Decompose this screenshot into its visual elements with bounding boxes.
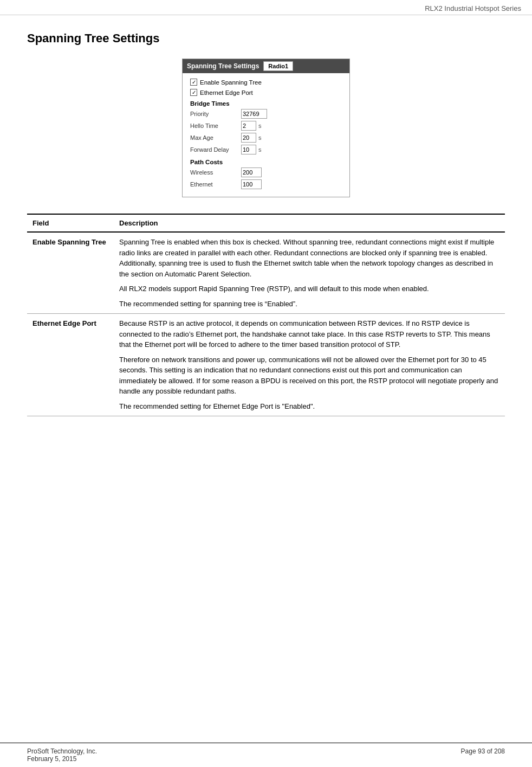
footer: ProSoft Technology, Inc. February 5, 201…: [0, 743, 532, 767]
hello-time-unit: s: [258, 123, 262, 129]
footer-date: February 5, 2015: [27, 755, 97, 763]
forward-delay-row: Forward Delay s: [190, 145, 342, 154]
ethernet-input[interactable]: [241, 179, 262, 189]
enable-spanning-tree-label: Enable Spanning Tree: [200, 79, 262, 86]
enable-spanning-tree-row: ✓ Enable Spanning Tree: [190, 79, 342, 86]
path-costs-label: Path Costs: [190, 159, 342, 165]
priority-input[interactable]: [241, 109, 267, 119]
ui-panel-titlebar: Spanning Tree Settings Radio1: [183, 59, 349, 73]
description-cell-1: Because RSTP is an active protocol, it d…: [114, 314, 505, 416]
max-age-input[interactable]: [241, 133, 256, 143]
max-age-unit: s: [258, 134, 262, 141]
field-cell-0: Enable Spanning Tree: [27, 232, 114, 314]
ethernet-edge-port-checkbox[interactable]: ✓: [190, 89, 197, 96]
ui-panel-body: ✓ Enable Spanning Tree ✓ Ethernet Edge P…: [183, 73, 349, 197]
col-description-header: Description: [114, 214, 505, 232]
description-table: Field Description Enable Spanning TreeSp…: [27, 214, 505, 416]
footer-page: Page 93 of 208: [461, 747, 505, 763]
ethernet-edge-port-row: ✓ Ethernet Edge Port: [190, 89, 342, 96]
footer-company: ProSoft Technology, Inc.: [27, 747, 97, 755]
ui-panel: Spanning Tree Settings Radio1 ✓ Enable S…: [182, 59, 350, 197]
table-row: Enable Spanning TreeSpanning Tree is ena…: [27, 232, 505, 314]
hello-time-input[interactable]: [241, 121, 256, 131]
header-bar: RLX2 Industrial Hotspot Series: [0, 0, 532, 15]
ui-panel-tab[interactable]: Radio1: [263, 61, 293, 71]
ethernet-edge-port-label: Ethernet Edge Port: [200, 89, 253, 96]
table-row: Ethernet Edge PortBecause RSTP is an act…: [27, 314, 505, 416]
forward-delay-label: Forward Delay: [190, 146, 239, 153]
forward-delay-input[interactable]: [241, 145, 256, 154]
description-cell-0: Spanning Tree is enabled when this box i…: [114, 232, 505, 314]
ui-screenshot-container: Spanning Tree Settings Radio1 ✓ Enable S…: [27, 59, 505, 197]
hello-time-label: Hello Time: [190, 123, 239, 129]
enable-spanning-tree-checkbox[interactable]: ✓: [190, 79, 197, 86]
wireless-row: Wireless: [190, 167, 342, 177]
hello-time-row: Hello Time s: [190, 121, 342, 131]
wireless-label: Wireless: [190, 169, 239, 176]
footer-left: ProSoft Technology, Inc. February 5, 201…: [27, 747, 97, 763]
header-title: RLX2 Industrial Hotspot Series: [425, 4, 521, 12]
max-age-row: Max Age s: [190, 133, 342, 143]
col-field-header: Field: [27, 214, 114, 232]
max-age-label: Max Age: [190, 134, 239, 141]
ethernet-label: Ethernet: [190, 181, 239, 188]
bridge-times-label: Bridge Times: [190, 100, 342, 107]
ui-panel-title: Spanning Tree Settings: [187, 62, 259, 70]
priority-row: Priority: [190, 109, 342, 119]
forward-delay-unit: s: [258, 146, 262, 153]
page-heading: Spanning Tree Settings: [27, 31, 505, 46]
ethernet-row: Ethernet: [190, 179, 342, 189]
wireless-input[interactable]: [241, 167, 262, 177]
field-cell-1: Ethernet Edge Port: [27, 314, 114, 416]
main-content: Spanning Tree Settings Spanning Tree Set…: [0, 15, 532, 460]
priority-label: Priority: [190, 111, 239, 117]
